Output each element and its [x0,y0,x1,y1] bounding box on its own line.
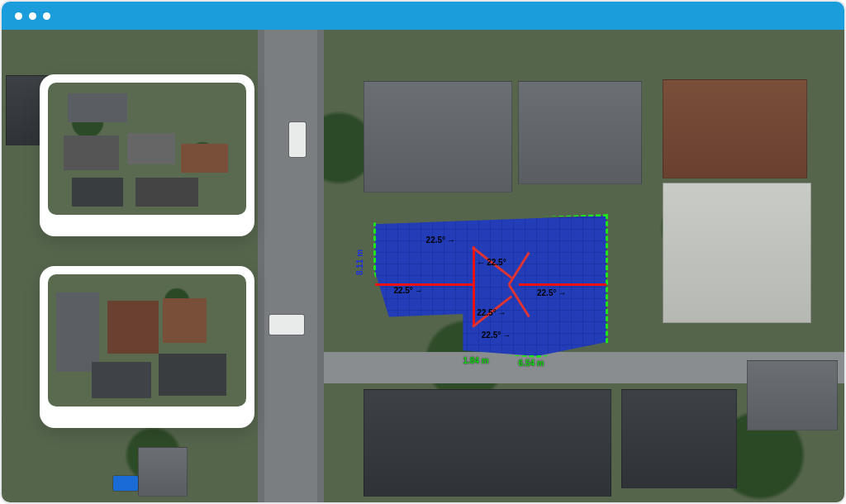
roof-ridge [375,283,473,286]
title-bar [2,2,844,30]
measured-roof-overlay[interactable]: 22.5° 22.5° 22.5° 22.5° 22.5° 22.5° 8.11… [375,216,606,356]
thumbnail-card[interactable] [40,74,254,236]
thumbnail-panel [40,74,254,428]
roof-neighbor [747,360,838,430]
roof-neighbor [138,447,188,497]
vehicle [113,476,138,491]
roof-neighbor [621,389,737,488]
roof-neighbor [364,81,512,193]
roof-ridge [473,246,475,325]
thumbnail-image [48,83,246,215]
roof-neighbor [663,79,807,178]
roof-ridge [519,283,606,286]
thumbnail-card[interactable] [40,266,254,428]
map-viewport[interactable]: 22.5° 22.5° 22.5° 22.5° 22.5° 22.5° 8.11… [2,30,844,502]
roof-neighbor [518,81,642,184]
vehicle [269,315,304,335]
window-dot-1 [15,12,22,20]
thumbnail-image [48,274,246,407]
vehicle [289,122,306,157]
roof-outline [373,214,608,358]
road-vertical [258,30,324,502]
window-dot-2 [29,12,36,20]
window-dot-3 [43,12,50,20]
roof-neighbor [663,183,811,323]
roof-neighbor [364,389,611,497]
browser-frame: 22.5° 22.5° 22.5° 22.5° 22.5° 22.5° 8.11… [0,0,846,504]
